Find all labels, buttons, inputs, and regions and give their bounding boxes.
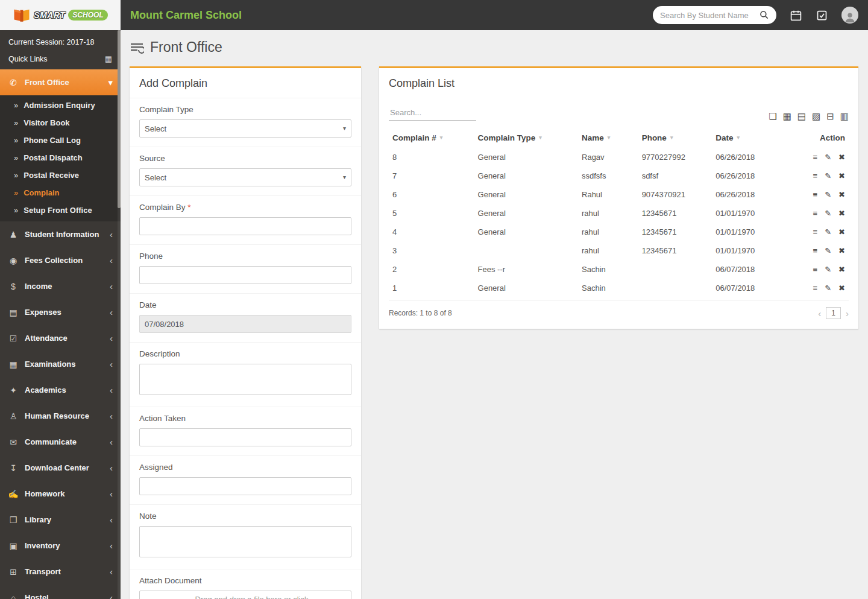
excel-export-icon[interactable]: ▦: [783, 112, 791, 121]
source-select[interactable]: Select: [139, 168, 351, 186]
app-logo[interactable]: SMART SCHOOL: [0, 0, 121, 30]
grid-icon[interactable]: ▦: [105, 54, 112, 63]
complain-by-label: Complain By *: [139, 203, 351, 212]
attach-document-dropzone[interactable]: ☁Drag and drop a file here or click: [139, 591, 351, 599]
row-detail-icon[interactable]: ≡: [813, 284, 818, 293]
copy-export-icon[interactable]: ❏: [769, 112, 776, 121]
student-search-input[interactable]: [660, 11, 756, 20]
sidebar-item-attendance[interactable]: ☑Attendance‹: [0, 325, 121, 351]
sidebar-item-income[interactable]: $Income‹: [0, 273, 121, 299]
row-detail-icon[interactable]: ≡: [813, 190, 818, 199]
phone-input[interactable]: [139, 266, 351, 284]
submenu-arrow-icon: »: [14, 171, 18, 180]
sidebar-item-front-office[interactable]: ✆Front Office▾: [0, 69, 121, 95]
cell-complain_no: 5: [389, 204, 474, 223]
row-detail-icon[interactable]: ≡: [813, 171, 818, 180]
cell-date: 06/26/2018: [712, 166, 802, 185]
sidebar-item-examinations[interactable]: ▦Examinations‹: [0, 351, 121, 377]
user-avatar[interactable]: [841, 7, 858, 24]
edit-icon[interactable]: ✎: [825, 284, 831, 293]
task-check-icon[interactable]: [816, 9, 828, 22]
sidebar-item-communicate[interactable]: ✉Communicate‹: [0, 429, 121, 455]
sidebar-scrollbar[interactable]: [118, 30, 121, 599]
chevron-left-icon: ‹: [110, 256, 113, 265]
submenu-item-complain[interactable]: »Complain: [0, 184, 121, 201]
print-export-icon[interactable]: ⊟: [826, 112, 834, 121]
complain-type-select[interactable]: Select: [139, 119, 351, 138]
sidebar-item-expenses[interactable]: ▤Expenses‹: [0, 299, 121, 325]
delete-icon[interactable]: ✖: [838, 227, 845, 236]
edit-icon[interactable]: ✎: [825, 171, 831, 180]
row-detail-icon[interactable]: ≡: [813, 153, 818, 162]
edit-icon[interactable]: ✎: [825, 190, 831, 199]
sidebar-item-transport[interactable]: ⊞Transport‹: [0, 559, 121, 585]
complain-search-input[interactable]: [389, 105, 476, 121]
submenu-item-postal-receive[interactable]: »Postal Receive: [0, 166, 121, 184]
row-detail-icon[interactable]: ≡: [813, 246, 818, 255]
sidebar-item-label: Attendance: [25, 334, 68, 343]
column-header-date[interactable]: Date▾: [712, 128, 802, 148]
submenu-arrow-icon: »: [14, 101, 18, 110]
pagination-next[interactable]: ›: [846, 309, 849, 318]
action-taken-input[interactable]: [139, 428, 351, 446]
assigned-input[interactable]: [139, 477, 351, 495]
delete-icon[interactable]: ✖: [838, 171, 845, 180]
sort-caret-icon: ▾: [539, 135, 542, 141]
scrollbar-thumb[interactable]: [118, 30, 121, 208]
csv-export-icon[interactable]: ▤: [797, 112, 806, 121]
list-footer: Records: 1 to 8 of 8 ‹ 1 ›: [389, 300, 849, 322]
edit-icon[interactable]: ✎: [825, 265, 831, 274]
column-header-name[interactable]: Name▾: [578, 128, 638, 148]
row-detail-icon[interactable]: ≡: [813, 209, 818, 218]
sidebar-item-hostel[interactable]: ⌂Hostel‹: [0, 585, 121, 599]
edit-icon[interactable]: ✎: [825, 209, 831, 218]
submenu-item-visitor-book[interactable]: »Visitor Book: [0, 114, 121, 132]
submenu-item-admission-enquiry[interactable]: »Admission Enquiry: [0, 97, 121, 114]
note-textarea[interactable]: [139, 526, 351, 557]
column-header-complain[interactable]: Complain #▾: [389, 128, 474, 148]
row-detail-icon[interactable]: ≡: [813, 227, 818, 236]
delete-icon[interactable]: ✖: [838, 265, 845, 274]
edit-icon[interactable]: ✎: [825, 153, 831, 162]
sort-caret-icon: ▾: [737, 135, 740, 141]
sidebar-item-download-center[interactable]: ↧Download Center‹: [0, 455, 121, 481]
cell-name: ssdfsfs: [578, 166, 638, 185]
columns-export-icon[interactable]: ▥: [840, 112, 849, 121]
description-textarea[interactable]: [139, 364, 351, 395]
cell-type: Fees --r: [474, 260, 578, 279]
submenu-item-phone-call-log[interactable]: »Phone Call Log: [0, 132, 121, 149]
delete-icon[interactable]: ✖: [838, 209, 845, 218]
pagination-prev[interactable]: ‹: [818, 309, 821, 318]
pdf-export-icon[interactable]: ▨: [812, 112, 820, 121]
exam-icon: ▦: [8, 360, 19, 369]
row-detail-icon[interactable]: ≡: [813, 265, 818, 274]
column-header-phone[interactable]: Phone▾: [638, 128, 712, 148]
complain-type-label: Complain Type: [139, 105, 351, 114]
cell-actions: ≡✎✖: [802, 185, 849, 204]
sidebar-item-academics[interactable]: ✦Academics‹: [0, 377, 121, 403]
complain-row: 5Generalrahul1234567101/01/1970≡✎✖: [389, 204, 849, 223]
quick-links[interactable]: Quick Links ▦: [0, 48, 121, 69]
sidebar-item-inventory[interactable]: ▣Inventory‹: [0, 533, 121, 559]
delete-icon[interactable]: ✖: [838, 153, 845, 162]
sidebar-item-library[interactable]: ❒Library‹: [0, 507, 121, 533]
edit-icon[interactable]: ✎: [825, 227, 831, 236]
delete-icon[interactable]: ✖: [838, 284, 845, 293]
delete-icon[interactable]: ✖: [838, 190, 845, 199]
sidebar-item-human-resource[interactable]: ♙Human Resource‹: [0, 403, 121, 429]
delete-icon[interactable]: ✖: [838, 246, 845, 255]
submenu-item-setup-front-office[interactable]: »Setup Front Office: [0, 201, 121, 219]
form-group-date: Date: [130, 293, 361, 342]
edit-icon[interactable]: ✎: [825, 246, 831, 255]
sidebar-item-student-information[interactable]: ♟Student Information‹: [0, 221, 121, 247]
complain-by-input[interactable]: [139, 217, 351, 235]
sidebar-item-fees-collection[interactable]: ◉Fees Collection‹: [0, 247, 121, 273]
sidebar-item-homework[interactable]: ✍Homework‹: [0, 481, 121, 507]
column-header-complain-type[interactable]: Complain Type▾: [474, 128, 578, 148]
calendar-icon[interactable]: [790, 9, 802, 22]
submenu-item-postal-dispatch[interactable]: »Postal Dispatch: [0, 149, 121, 166]
cell-phone: sdfsf: [638, 166, 712, 185]
search-icon[interactable]: [760, 10, 769, 20]
pagination-page-1[interactable]: 1: [826, 307, 841, 319]
date-input[interactable]: [139, 315, 351, 333]
